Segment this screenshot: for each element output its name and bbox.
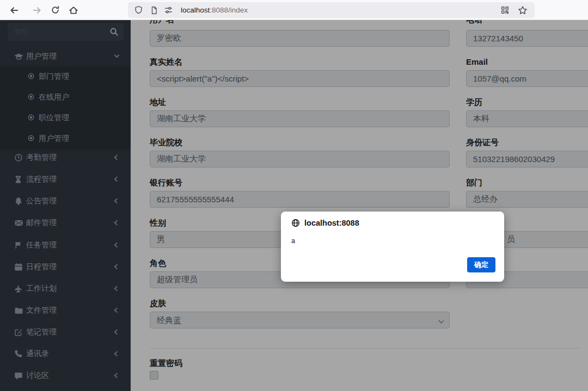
dialog-message: a <box>291 237 295 245</box>
bookmark-star-icon[interactable] <box>518 5 528 15</box>
forward-arrow-icon <box>32 5 42 15</box>
refresh-button[interactable] <box>48 3 63 17</box>
url-path: :8088/index <box>210 6 248 14</box>
permissions-sliders-icon[interactable] <box>164 5 173 15</box>
forward-button[interactable] <box>29 3 44 17</box>
page-content: 用户管理 部门管理 在线用户 职位管理 用户管理 <box>0 20 588 391</box>
refresh-icon <box>51 5 60 15</box>
page-info-icon[interactable] <box>150 6 158 15</box>
browser-toolbar: localhost:8088/index <box>0 0 588 20</box>
qr-code-icon[interactable] <box>500 5 510 15</box>
dialog-ok-button[interactable]: 确定 <box>467 257 495 272</box>
dialog-title: localhost:8088 <box>304 219 359 227</box>
home-icon <box>69 5 78 15</box>
home-button[interactable] <box>66 3 81 17</box>
url-text: localhost:8088/index <box>181 6 248 14</box>
browser-window: localhost:8088/index 用户管理 部门管理 <box>0 0 588 391</box>
alert-dialog: localhost:8088 a 确定 <box>281 212 504 282</box>
shield-icon[interactable] <box>134 5 143 15</box>
back-arrow-icon <box>9 5 19 15</box>
url-bar[interactable]: localhost:8088/index <box>128 2 535 18</box>
modal-dim-overlay <box>0 20 588 391</box>
url-host: localhost <box>181 6 210 14</box>
back-button[interactable] <box>7 3 21 17</box>
globe-icon <box>291 219 300 227</box>
